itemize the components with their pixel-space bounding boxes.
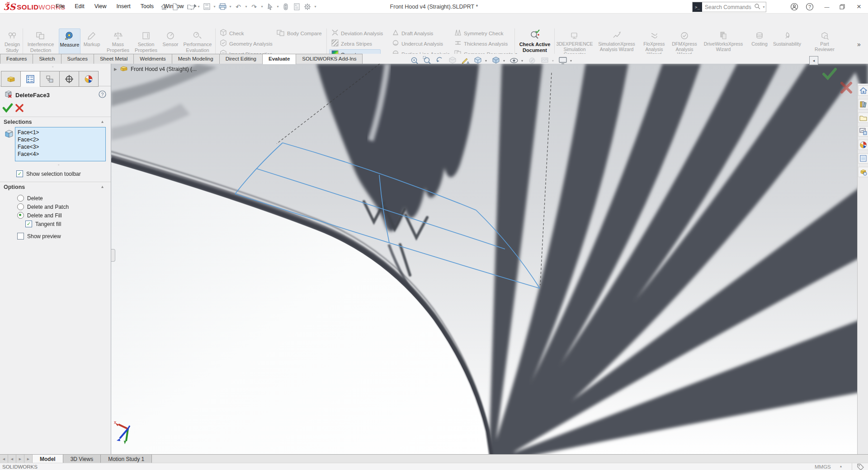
draft-analysis-button[interactable]: Draft Analysis (392, 28, 433, 38)
edit-appearance-hud-button[interactable]: A (460, 55, 471, 66)
minimize-button[interactable]: — (821, 0, 833, 13)
zebra-stripes-button[interactable]: Zebra Stripes (331, 39, 372, 48)
file-explorer-button[interactable] (858, 113, 868, 123)
design-library-button[interactable] (858, 99, 868, 109)
configurationmanager-tab[interactable] (40, 71, 60, 87)
tab-mesh-modeling[interactable]: Mesh Modeling (172, 54, 220, 64)
home-taskpane-button[interactable] (858, 85, 868, 96)
collapse-taskpane-button[interactable]: ◂ (809, 56, 818, 65)
menu-edit[interactable]: Edit (70, 0, 90, 13)
panel-splitter-handle[interactable] (111, 249, 115, 262)
tab-evaluate[interactable]: Evaluate (262, 54, 296, 64)
show-preview-checkbox[interactable] (17, 233, 24, 240)
undercut-analysis-button[interactable]: Undercut Analysis (392, 39, 443, 48)
selected-face-item[interactable]: Face<4> (18, 150, 105, 158)
close-button[interactable]: × (852, 0, 866, 13)
tab-weldments[interactable]: Weldments (133, 54, 172, 64)
home-button[interactable] (159, 2, 169, 12)
prev-tab-button[interactable]: ◀ (8, 455, 16, 463)
tangent-fill-checkbox[interactable]: ✓ (25, 221, 32, 227)
edit-appearance-button[interactable] (527, 55, 538, 66)
delete-and-fill-radio[interactable] (17, 212, 24, 219)
search-caret-icon[interactable]: ▾ (762, 2, 766, 12)
help-button[interactable]: ? (804, 0, 816, 13)
dimxpertmanager-tab[interactable] (59, 71, 79, 87)
menu-file[interactable]: File (51, 0, 70, 13)
flyout-feature-tree[interactable]: ▶ Front Hood v4 (Straight) (... (114, 65, 197, 74)
geometry-analysis-button[interactable]: Geometry Analysis (220, 39, 273, 48)
search-input[interactable]: Search Commands (702, 4, 754, 10)
options-collapse-icon[interactable]: ▴ (101, 184, 104, 189)
save-caret-icon[interactable]: ▾ (212, 2, 217, 12)
options-gear-button[interactable] (302, 2, 312, 12)
hide-show-items-caret-icon[interactable]: ▾ (521, 59, 525, 63)
selected-face-item[interactable]: Face<3> (18, 143, 105, 150)
cancel-button[interactable] (15, 103, 24, 114)
propertymanager-tab[interactable] (20, 71, 40, 87)
model-tab[interactable]: Model (33, 455, 63, 463)
select-button[interactable] (265, 2, 275, 12)
delete-radio[interactable] (17, 195, 24, 202)
show-selection-toolbar-checkbox[interactable]: ✓ (16, 170, 23, 177)
displaymanager-tab[interactable] (79, 71, 99, 87)
apply-scene-button[interactable] (539, 55, 550, 66)
flyout-expand-icon[interactable]: ▶ (114, 67, 117, 71)
view-palette-button[interactable] (858, 126, 868, 136)
tags-icon[interactable] (857, 464, 864, 470)
display-style-caret-icon[interactable]: ▾ (503, 59, 507, 63)
confirm-ok-button[interactable] (822, 67, 837, 82)
undo-button[interactable]: ↶ (233, 2, 243, 12)
open-document-caret-icon[interactable]: ▾ (197, 2, 201, 12)
body-compare-button[interactable]: Body Compare (277, 28, 322, 38)
first-tab-button[interactable]: ◀ (0, 455, 8, 463)
tab-sketch[interactable]: Sketch (33, 54, 61, 64)
tab-sheet-metal[interactable]: Sheet Metal (94, 54, 134, 64)
redo-caret-icon[interactable]: ▾ (260, 2, 264, 12)
selected-face-item[interactable]: Face<1> (18, 129, 105, 136)
graphics-area[interactable] (111, 64, 868, 456)
new-document-button[interactable] (170, 2, 180, 12)
deviation-analysis-button[interactable]: Deviation Analysis (331, 28, 383, 38)
motion-study-tab[interactable]: Motion Study 1 (101, 455, 152, 463)
help-icon[interactable]: ? (99, 90, 106, 99)
last-tab-button[interactable]: ▶ (24, 455, 33, 463)
select-caret-icon[interactable]: ▾ (276, 2, 280, 12)
thickness-analysis-button[interactable]: Thickness Analysis (454, 39, 508, 48)
listbox-resize-grip[interactable]: ◦ (58, 162, 60, 167)
view-settings-caret-icon[interactable]: ▾ (570, 59, 574, 63)
ribbon-overflow-button[interactable]: » (857, 41, 861, 48)
menu-insert[interactable]: Insert (112, 0, 136, 13)
selections-collapse-icon[interactable]: ▴ (101, 119, 104, 124)
file-properties-button[interactable] (292, 2, 302, 12)
selections-section-header[interactable]: Selections (4, 119, 32, 125)
zoom-to-fit-button[interactable] (409, 55, 420, 66)
confirm-cancel-button[interactable] (840, 81, 853, 95)
featuremanager-tree-tab[interactable] (1, 71, 21, 87)
tab-features[interactable]: Features (0, 54, 33, 64)
tab-surfaces[interactable]: Surfaces (61, 54, 94, 64)
symmetry-check-button[interactable]: Symmetry Check (454, 28, 504, 38)
next-tab-button[interactable]: ▶ (16, 455, 24, 463)
appearances-scenes-button[interactable] (858, 140, 868, 150)
options-caret-icon[interactable]: ▾ (313, 2, 317, 12)
print-button[interactable] (217, 2, 227, 12)
search-commands-box[interactable]: >_ Search Commands ▾ (692, 2, 766, 12)
undo-caret-icon[interactable]: ▾ (244, 2, 248, 12)
3d-views-tab[interactable]: 3D Views (63, 455, 101, 463)
selection-listbox[interactable]: Face<1> Face<2> Face<3> Face<4> (15, 127, 106, 161)
tab-direct-editing[interactable]: Direct Editing (219, 54, 263, 64)
view-orientation-caret-icon[interactable]: ▾ (485, 59, 489, 63)
view-orientation-button[interactable] (472, 55, 483, 66)
check-button[interactable]: Check (220, 28, 244, 38)
ok-button[interactable] (2, 103, 13, 114)
restore-button[interactable] (836, 0, 849, 13)
custom-properties-button[interactable] (858, 153, 868, 164)
unit-system[interactable]: MMGS (815, 464, 831, 470)
new-document-caret-icon[interactable]: ▾ (181, 2, 185, 12)
previous-view-button[interactable] (434, 55, 445, 66)
print-caret-icon[interactable]: ▾ (228, 2, 232, 12)
selected-face-item[interactable]: Face<2> (18, 136, 105, 143)
tab-solidworks-add-ins[interactable]: SOLIDWORKS Add-Ins (296, 54, 363, 64)
delete-and-patch-radio[interactable] (17, 203, 24, 210)
save-button[interactable] (202, 2, 212, 12)
